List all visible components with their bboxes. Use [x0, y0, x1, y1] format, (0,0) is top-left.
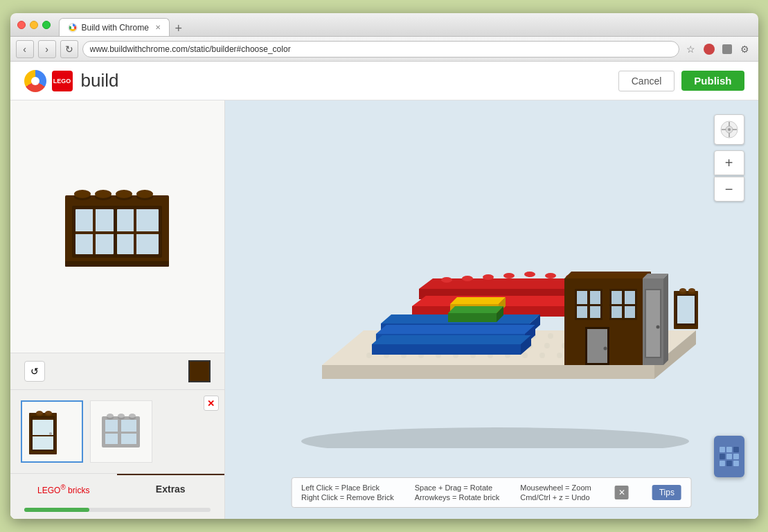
svg-point-43	[301, 427, 689, 448]
main-brick-preview	[58, 175, 176, 278]
hint-place-brick: Left Click = Place Brick	[301, 484, 394, 492]
cancel-button[interactable]: Cancel	[618, 71, 675, 91]
back-button[interactable]: ‹	[16, 40, 34, 58]
brick-selection: ✕	[10, 390, 224, 473]
address-bar[interactable]	[82, 41, 679, 57]
svg-point-89	[441, 277, 452, 283]
svg-point-69	[544, 343, 550, 348]
lego-scene-svg	[267, 171, 717, 448]
svg-point-121	[688, 288, 695, 292]
svg-rect-3	[722, 44, 732, 54]
svg-rect-24	[33, 418, 53, 420]
svg-point-9	[74, 190, 91, 198]
svg-point-11	[116, 190, 132, 198]
svg-point-90	[462, 276, 473, 281]
left-panel: ↺ ✕	[10, 100, 225, 519]
browser-tab[interactable]: Build with Chrome ✕	[59, 18, 170, 36]
zoom-in-button[interactable]: +	[714, 150, 744, 175]
svg-point-10	[95, 190, 111, 198]
svg-rect-110	[587, 329, 607, 363]
bookmark-icon[interactable]: ☆	[684, 42, 699, 57]
svg-point-2	[704, 44, 715, 55]
svg-rect-117	[677, 296, 695, 323]
svg-point-28	[36, 411, 43, 415]
compass-button[interactable]	[714, 114, 744, 145]
hints-bar: Left Click = Place Brick Right Click = R…	[291, 477, 692, 508]
view-area[interactable]: + −	[225, 100, 758, 519]
side-brick-icon	[672, 281, 707, 336]
header-actions: Cancel Publish	[618, 71, 744, 91]
svg-point-93	[524, 272, 535, 277]
svg-point-41	[118, 414, 125, 418]
tab-close-button[interactable]: ✕	[155, 24, 161, 31]
browser-window: Build with Chrome ✕ + ‹ › ↻ ☆ ⚙ LE	[10, 13, 758, 519]
profile-icon[interactable]	[702, 42, 717, 57]
brick-display	[10, 100, 224, 353]
rotate-button[interactable]: ↺	[24, 361, 45, 382]
maximize-window-button[interactable]	[42, 21, 51, 29]
nav-icons: ☆ ⚙	[684, 42, 753, 57]
forward-button[interactable]: ›	[38, 40, 56, 58]
layer-dot	[733, 461, 739, 466]
extras-tab[interactable]: Extras	[117, 474, 224, 504]
layer-dot	[726, 454, 732, 459]
layer-row-1	[720, 447, 739, 452]
extras-tab-label: Extras	[156, 484, 186, 495]
hint-column-1: Left Click = Place Brick Right Click = R…	[301, 484, 394, 502]
svg-point-1	[71, 26, 73, 28]
svg-rect-20	[65, 261, 169, 267]
color-swatch[interactable]	[188, 360, 211, 382]
chrome-logo-icon	[24, 70, 46, 92]
layer-dot	[720, 454, 725, 459]
delete-button[interactable]: ✕	[204, 396, 219, 411]
tab-favicon-icon	[68, 23, 78, 33]
lego-bricks-tab[interactable]: LEGO® bricks	[10, 474, 118, 504]
brick-thumb-2[interactable]	[90, 400, 152, 463]
layer-row-3	[720, 461, 739, 466]
svg-point-92	[503, 273, 515, 278]
svg-rect-113	[646, 290, 660, 357]
main-content: ↺ ✕	[10, 100, 758, 519]
tips-button[interactable]: Tips	[652, 485, 681, 500]
svg-rect-108	[611, 304, 635, 306]
hints-close-button[interactable]: ✕	[615, 486, 629, 499]
layer-dot	[733, 454, 739, 459]
layer-dot	[720, 461, 725, 466]
progress-bar-background	[24, 508, 211, 512]
extensions-icon[interactable]	[720, 42, 735, 57]
delete-icon: ✕	[207, 398, 215, 409]
svg-point-42	[129, 414, 136, 418]
svg-rect-36	[121, 432, 136, 434]
zoom-out-button[interactable]: −	[714, 177, 744, 202]
hint-rotate-arrows: Arrowkeys = Rotate brick	[415, 493, 500, 502]
tab-title: Build with Chrome	[82, 23, 149, 33]
brick-thumb-1[interactable]	[21, 400, 83, 463]
settings-icon[interactable]: ⚙	[738, 42, 753, 57]
app-title: build	[81, 70, 119, 91]
side-brick-preview	[672, 281, 707, 339]
layer-row-2	[720, 454, 739, 459]
minimize-window-button[interactable]	[30, 21, 38, 29]
svg-point-30	[49, 432, 52, 435]
app-area: LEGO build Cancel Publish	[10, 62, 758, 519]
svg-point-84	[539, 353, 545, 358]
title-bar: Build with Chrome ✕ +	[10, 13, 758, 37]
refresh-button[interactable]: ↻	[60, 40, 78, 58]
close-window-button[interactable]	[17, 21, 26, 29]
svg-point-54	[548, 333, 553, 339]
new-tab-button[interactable]: +	[170, 21, 188, 36]
layers-control[interactable]	[714, 436, 744, 477]
lego-tab-label: LEGO® bricks	[37, 486, 89, 495]
svg-point-114	[656, 326, 659, 329]
app-logo: LEGO build	[24, 70, 119, 92]
app-header: LEGO build Cancel Publish	[10, 62, 758, 100]
brick-controls: ↺	[10, 353, 224, 390]
svg-rect-19	[117, 231, 159, 234]
brick-thumb-1-image	[26, 406, 78, 458]
zoom-controls: + −	[714, 114, 744, 202]
publish-button[interactable]: Publish	[681, 71, 744, 91]
hint-zoom: Mousewheel = Zoom	[520, 484, 591, 492]
progress-bar-fill	[24, 508, 89, 512]
hint-rotate-space: Space + Drag = Rotate	[415, 484, 500, 492]
layer-dot	[726, 461, 732, 466]
